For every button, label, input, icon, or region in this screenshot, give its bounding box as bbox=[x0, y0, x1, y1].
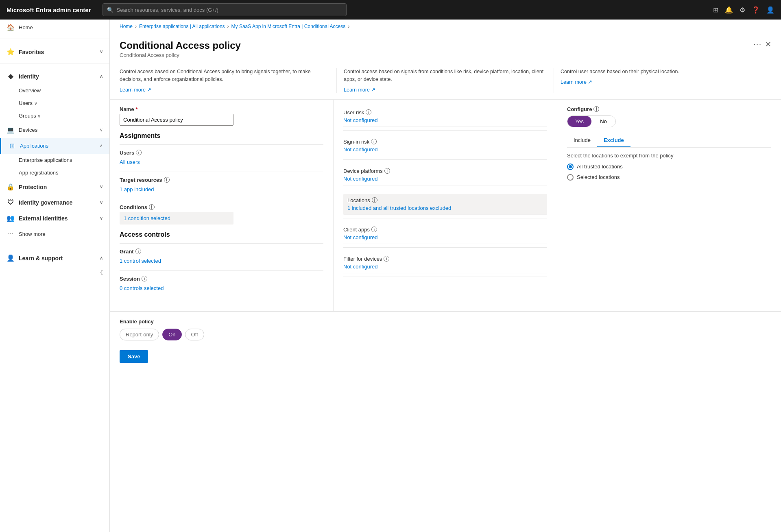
device-platforms-info-icon[interactable]: i bbox=[384, 168, 390, 174]
settings-icon[interactable]: ⚙ bbox=[740, 6, 745, 14]
device-platforms-label: Device platforms bbox=[343, 168, 383, 174]
sidebar-item-groups[interactable]: Groups ∨ bbox=[0, 109, 109, 122]
breadcrumb-home[interactable]: Home bbox=[120, 24, 133, 29]
locations-label: Locations bbox=[347, 197, 370, 203]
sign-in-risk-info-icon[interactable]: i bbox=[371, 139, 377, 144]
filter-devices-value[interactable]: Not configured bbox=[343, 264, 378, 270]
col1-learn-more[interactable]: Learn more ↗ bbox=[120, 87, 151, 93]
configure-row: Configure i Yes No bbox=[567, 106, 771, 127]
session-info-icon[interactable]: i bbox=[142, 276, 147, 281]
ellipsis-icon: ··· bbox=[7, 230, 15, 238]
radio-selected-locations[interactable]: Selected locations bbox=[567, 174, 771, 181]
all-trusted-label: All trusted locations bbox=[577, 164, 623, 170]
target-resources-value[interactable]: 1 app included bbox=[120, 185, 154, 194]
sign-in-risk-value[interactable]: Not configured bbox=[343, 146, 378, 153]
client-apps-value[interactable]: Not configured bbox=[343, 234, 378, 240]
col1-desc: Control access based on Conditional Acce… bbox=[120, 68, 330, 83]
client-apps-info-icon[interactable]: i bbox=[371, 227, 377, 232]
sidebar-item-home[interactable]: 🏠 Home bbox=[0, 20, 109, 35]
sidebar-governance-label: Identity governance bbox=[19, 199, 72, 206]
sidebar-item-favorites[interactable]: ⭐ Favorites ∨ bbox=[0, 44, 109, 60]
panel-actions: ··· ✕ bbox=[753, 40, 771, 49]
form-area: Name * Assignments Users i Al bbox=[110, 100, 334, 311]
users-info-icon[interactable]: i bbox=[136, 150, 142, 155]
session-value[interactable]: 0 controls selected bbox=[120, 283, 164, 293]
sidebar-item-app-registrations[interactable]: App registrations bbox=[0, 166, 109, 179]
sidebar-item-overview[interactable]: Overview bbox=[0, 84, 109, 97]
col3: Control user access based on their physi… bbox=[554, 68, 771, 93]
selected-locations-label: Selected locations bbox=[577, 174, 620, 180]
user-risk-value[interactable]: Not configured bbox=[343, 117, 378, 123]
on-button[interactable]: On bbox=[162, 329, 181, 340]
breadcrumb-my-saas[interactable]: My SaaS App in Microsoft Entra | Conditi… bbox=[231, 24, 346, 29]
sidebar-item-identity-governance[interactable]: 🛡 Identity governance ∨ bbox=[0, 195, 109, 210]
location-panel: Configure i Yes No Include Exclude bbox=[557, 100, 781, 311]
device-platforms-row: Device platforms i Not configured bbox=[343, 165, 547, 185]
search-container: 🔍 bbox=[103, 3, 347, 16]
users-value[interactable]: All users bbox=[120, 157, 140, 167]
bell-icon[interactable]: 🔔 bbox=[725, 6, 733, 14]
name-input[interactable] bbox=[120, 114, 233, 126]
search-input[interactable] bbox=[117, 7, 342, 13]
breadcrumb: Home › Enterprise applications | All app… bbox=[110, 20, 781, 33]
home-icon: 🏠 bbox=[7, 24, 15, 31]
chevron-down-icon: ∨ bbox=[100, 49, 103, 55]
radio-all-trusted-circle bbox=[567, 164, 574, 170]
device-platforms-value[interactable]: Not configured bbox=[343, 176, 378, 182]
locations-value[interactable]: 1 included and all trusted locations exc… bbox=[347, 205, 451, 211]
grant-info-icon[interactable]: i bbox=[135, 249, 141, 254]
tab-exclude[interactable]: Exclude bbox=[597, 134, 630, 147]
sidebar-external-label: External Identities bbox=[19, 215, 68, 222]
required-indicator: * bbox=[135, 106, 137, 112]
filter-devices-info-icon[interactable]: i bbox=[384, 256, 389, 262]
sidebar-item-applications[interactable]: ⊞ Applications ∧ bbox=[0, 138, 109, 154]
help-icon[interactable]: ❓ bbox=[752, 6, 760, 14]
col3-learn-more[interactable]: Learn more ↗ bbox=[561, 79, 592, 85]
learn-icon: 👤 bbox=[7, 254, 15, 262]
breadcrumb-enterprise-apps[interactable]: Enterprise applications | All applicatio… bbox=[139, 24, 225, 29]
sidebar-item-users[interactable]: Users ∨ bbox=[0, 97, 109, 109]
breadcrumb-sep2: › bbox=[227, 24, 229, 29]
users-label: Users bbox=[120, 150, 134, 156]
sidebar-item-devices[interactable]: 💻 Devices ∨ bbox=[0, 122, 109, 138]
dots-menu[interactable]: ··· bbox=[753, 40, 762, 49]
sidebar-item-show-more[interactable]: ··· Show more bbox=[0, 226, 109, 242]
close-button[interactable]: ✕ bbox=[765, 40, 771, 49]
target-resources-info-icon[interactable]: i bbox=[164, 177, 170, 183]
grant-label: Grant bbox=[120, 249, 134, 255]
panel-header: Conditional Access policy Conditional Ac… bbox=[110, 33, 781, 61]
col2-learn-more[interactable]: Learn more ↗ bbox=[344, 87, 375, 93]
exempt-desc: Select the locations to exempt from the … bbox=[567, 153, 771, 159]
off-button[interactable]: Off bbox=[185, 329, 204, 340]
grant-value[interactable]: 1 control selected bbox=[120, 256, 161, 266]
conditions-info-icon[interactable]: i bbox=[149, 204, 155, 210]
sidebar-item-protection[interactable]: 🔒 Protection ∨ bbox=[0, 179, 109, 195]
topbar: Microsoft Entra admin center 🔍 ⊞ 🔔 ⚙ ❓ 👤 bbox=[0, 0, 781, 20]
content-area: Home › Enterprise applications | All app… bbox=[110, 20, 781, 532]
tab-include[interactable]: Include bbox=[567, 134, 597, 147]
search-icon: 🔍 bbox=[107, 7, 113, 13]
user-icon[interactable]: 👤 bbox=[766, 6, 774, 14]
sidebar-item-enterprise-apps[interactable]: Enterprise applications bbox=[0, 154, 109, 166]
save-button[interactable]: Save bbox=[120, 350, 148, 363]
sign-in-risk-row: Sign-in risk i Not configured bbox=[343, 135, 547, 156]
yes-button[interactable]: Yes bbox=[567, 116, 591, 127]
report-only-button[interactable]: Report-only bbox=[120, 329, 159, 340]
grid-icon[interactable]: ⊞ bbox=[713, 6, 718, 14]
conditions-area: User risk i Not configured Sign-in risk … bbox=[334, 100, 557, 311]
sidebar-item-learn-support[interactable]: 👤 Learn & support ∧ bbox=[0, 250, 109, 266]
no-button[interactable]: No bbox=[591, 116, 615, 127]
collapse-sidebar-icon[interactable]: 《 bbox=[97, 269, 103, 277]
client-apps-label: Client apps bbox=[343, 227, 370, 233]
panel-subtitle: Conditional Access policy bbox=[120, 52, 241, 58]
topbar-title: Microsoft Entra admin center bbox=[7, 7, 91, 13]
sidebar-item-external-identities[interactable]: 👥 External Identities ∨ bbox=[0, 210, 109, 226]
user-risk-info-icon[interactable]: i bbox=[366, 109, 371, 115]
configure-info-icon[interactable]: i bbox=[593, 106, 599, 112]
sidebar-item-identity[interactable]: ◆ Identity ∧ bbox=[0, 68, 109, 84]
radio-all-trusted[interactable]: All trusted locations bbox=[567, 164, 771, 170]
chevron-up-icon: ∧ bbox=[100, 143, 103, 148]
locations-info-icon[interactable]: i bbox=[372, 197, 377, 203]
name-label: Name bbox=[120, 106, 134, 112]
conditions-value[interactable]: 1 condition selected bbox=[120, 212, 233, 225]
